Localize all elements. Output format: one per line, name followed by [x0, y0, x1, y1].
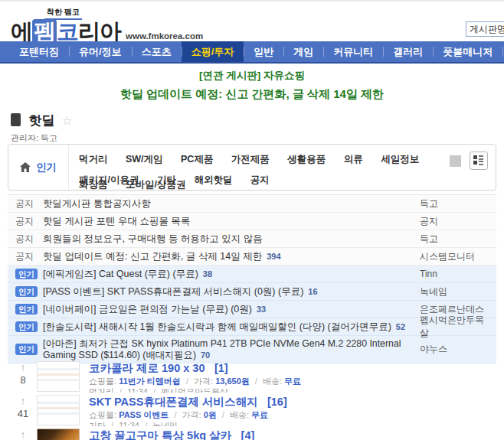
post-author[interactable]: 펩시먹은만두목살: [420, 314, 489, 340]
post-author[interactable]: 득고: [420, 233, 489, 246]
meta-value-price: 0원: [204, 410, 217, 419]
tab-appliance[interactable]: 가전제품: [231, 148, 270, 171]
popular-badge: 인기: [15, 344, 38, 355]
comment-count: 394: [267, 252, 280, 261]
post-author[interactable]: 녹네임: [420, 285, 489, 298]
meta-separator: /: [111, 421, 113, 426]
tab-pc[interactable]: PC제품: [181, 148, 213, 171]
table-row[interactable]: 인기 [에픽게임즈] Cat Quest (무료) (무료)38 Tinn: [8, 266, 496, 283]
deal-title[interactable]: SKT PASS휴대폰결제 서비스해지: [89, 396, 257, 408]
meta-value-shipping: 무료: [251, 410, 268, 419]
meta-separator: /: [145, 421, 147, 426]
post-title[interactable]: [아마존] 최저가 근접 SK hynix Platinum P41 2TB P…: [43, 338, 420, 361]
meta-separator: /: [255, 376, 257, 386]
post-author[interactable]: Tinn: [420, 269, 489, 279]
deal-thumbnail[interactable]: [37, 429, 80, 440]
grid-view-icon[interactable]: [470, 152, 488, 170]
deal-category[interactable]: 먹거리: [89, 387, 114, 393]
post-title[interactable]: [네이버페이] 금요일은 편의점 가는날 (무료) (0원)33: [43, 303, 420, 316]
deal-author[interactable]: 펩시먹은만두목살: [161, 387, 228, 393]
list-item[interactable]: ↑ 고창 꿀고구마 특상 5kg 살카 [4]: [8, 426, 496, 440]
tab-sw-game[interactable]: SW/게임: [126, 148, 163, 171]
deal-comment-count: [4]: [241, 429, 255, 440]
table-row[interactable]: 인기 [한솔도시락] 새해시작 1월 한솔도시락과 함께 매일매일할인 (다양)…: [8, 318, 496, 336]
comment-count: 70: [201, 350, 210, 360]
related-board-banner[interactable]: [연관 게시판] 자유쇼핑: [0, 69, 504, 83]
post-author[interactable]: 득고: [420, 197, 489, 210]
deal-category[interactable]: 기타: [89, 421, 106, 426]
tab-notice[interactable]: 공지: [250, 171, 270, 189]
board-admin: 관리자: 득고: [11, 132, 72, 144]
post-title[interactable]: 핫딜게시판 통합공지사항: [43, 197, 420, 210]
list-view-icon[interactable]: [450, 155, 461, 167]
tab-clothing[interactable]: 의류: [344, 148, 363, 171]
tab-sale-info[interactable]: 세일정보: [381, 148, 419, 171]
update-notice-banner[interactable]: 핫딜 업데이트 예정: 신고 간편화, 글 삭제 14일 제한: [0, 87, 504, 102]
post-title[interactable]: [PASS 이벤트] SKT PASS휴대폰결제 서비스해지 (0원) (무료)…: [43, 285, 420, 298]
table-row[interactable]: 공지 핫딜 게시판 포텐 우대 쇼핑몰 목록 공지: [8, 213, 496, 230]
top-divider: [0, 0, 504, 2]
post-author[interactable]: 야누스: [420, 343, 489, 356]
logo-char-2: 펨: [32, 19, 57, 44]
post-title-text: 핫딜게시판 통합공지사항: [43, 198, 151, 209]
deal-thumbnail[interactable]: [37, 395, 80, 425]
board-search-input[interactable]: [466, 21, 504, 37]
post-title[interactable]: 핫딜 업데이트 예정: 신고 간편화, 글 삭제 14일 제한394: [43, 250, 420, 263]
vote-count: 8: [20, 374, 25, 386]
deal-author[interactable]: 녹네임: [152, 421, 178, 426]
vote-column: ↑ 41: [9, 395, 37, 426]
tab-etc[interactable]: 기타: [157, 171, 176, 189]
comment-count: 52: [396, 322, 405, 331]
post-author[interactable]: 시스템모니터: [420, 250, 489, 263]
meta-label: 배송:: [230, 410, 249, 419]
meta-value-shop: PASS 이벤트: [119, 410, 169, 419]
table-row[interactable]: 공지 회원들의 정보요구, 구매대행 등 허용하고 있지 않음 득고: [8, 230, 496, 248]
tab-package[interactable]: 패키지/이용권: [79, 171, 139, 189]
table-row[interactable]: 인기 [PASS 이벤트] SKT PASS휴대폰결제 서비스해지 (0원) (…: [8, 283, 496, 301]
tab-overseas[interactable]: 해외핫딜: [194, 171, 232, 189]
favorite-star-icon[interactable]: ☆: [62, 114, 72, 127]
nav-item-humor[interactable]: 유머/정보: [69, 41, 132, 62]
logo-char-4: 리아: [78, 19, 121, 44]
deal-title[interactable]: 고창 꿀고구마 특상 5kg 살카: [89, 429, 231, 440]
popular-badge: 인기: [15, 286, 38, 298]
board-title[interactable]: 핫딜: [28, 113, 54, 128]
post-title[interactable]: 회원들의 정보요구, 구매대행 등 허용하고 있지 않음: [43, 233, 420, 246]
nav-item-sports[interactable]: 스포츠: [132, 41, 182, 62]
nav-item-community[interactable]: 커뮤니티: [323, 41, 383, 62]
upvote-arrow-icon[interactable]: ↑: [9, 396, 37, 406]
tab-food[interactable]: 먹거리: [79, 148, 108, 171]
table-row[interactable]: 공지 핫딜게시판 통합공지사항 득고: [8, 195, 496, 213]
meta-label: 쇼핑몰:: [89, 410, 116, 419]
upvote-arrow-icon[interactable]: ↑: [9, 363, 37, 373]
tab-living[interactable]: 생활용품: [287, 148, 326, 171]
logo-char-1: 에: [11, 19, 32, 44]
popular-badge: 인기: [15, 321, 38, 333]
post-title[interactable]: [에픽게임즈] Cat Quest (무료) (무료)38: [43, 268, 420, 281]
nav-item-gallery[interactable]: 갤러리: [383, 41, 433, 62]
comment-count: 38: [203, 269, 212, 279]
nav-item-game[interactable]: 게임: [283, 41, 323, 62]
home-icon: [20, 162, 31, 172]
nav-item-general[interactable]: 일반: [244, 41, 283, 62]
post-title[interactable]: [한솔도시락] 새해시작 1월 한솔도시락과 함께 매일매일할인 (다양) (걸…: [43, 321, 420, 334]
post-title-text: [한솔도시락] 새해시작 1월 한솔도시락과 함께 매일매일할인 (다양) (걸…: [43, 321, 391, 332]
nav-item-shopping[interactable]: 쇼핑/투자: [182, 41, 244, 62]
list-item[interactable]: ↑ 41 SKT PASS휴대폰결제 서비스해지 [16] 쇼핑몰: PASS …: [8, 393, 496, 426]
vote-column: ↑ 8: [9, 361, 37, 393]
deal-content: 고창 꿀고구마 특상 5kg 살카 [4]: [89, 429, 496, 440]
post-author[interactable]: 공지: [420, 215, 489, 228]
post-title[interactable]: 핫딜 게시판 포텐 우대 쇼핑몰 목록: [43, 215, 420, 228]
table-row[interactable]: 공지 핫딜 업데이트 예정: 신고 간편화, 글 삭제 14일 제한394 시스…: [8, 248, 496, 266]
deal-thumbnail[interactable]: [37, 361, 80, 392]
nav-item-fm[interactable]: 풋볼매니저: [433, 41, 502, 62]
nav-item-poten[interactable]: 포텐터짐: [9, 41, 69, 62]
tab-popular-label: 인기: [36, 161, 57, 174]
category-panel: 인기 먹거리 SW/게임 PC제품 가전제품 생활용품 의류 세일정보 화장품 …: [8, 144, 496, 191]
deal-comment-count: [16]: [267, 396, 287, 408]
tab-popular[interactable]: 인기: [8, 145, 69, 190]
upvote-arrow-icon[interactable]: ↑: [9, 430, 37, 440]
deal-title[interactable]: 코카콜라 제로 190 x 30: [89, 362, 205, 374]
main-nav: 포텐터짐유머/정보스포츠쇼핑/투자일반게임커뮤니티갤러리풋볼매니저FC2군: [0, 41, 504, 64]
list-item[interactable]: ↑ 8 코카콜라 제로 190 x 30 [1] 쇼핑몰: 11번가 티멤버쉽 …: [8, 359, 496, 393]
